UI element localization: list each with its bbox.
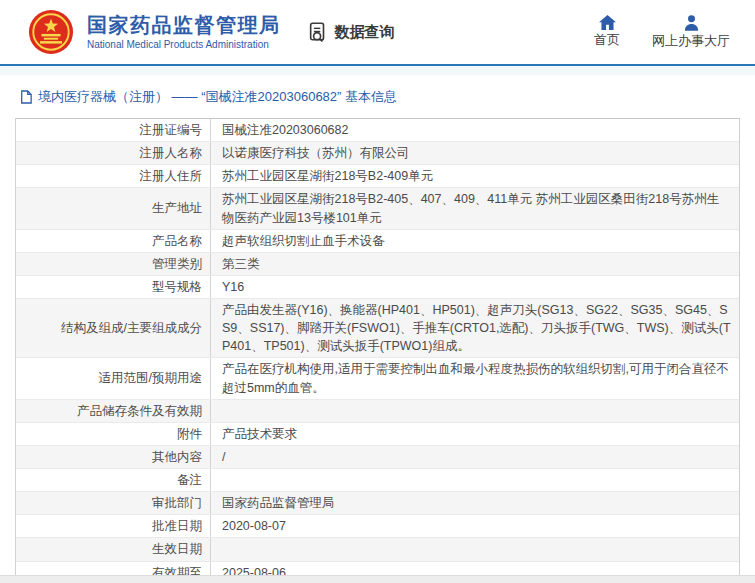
row-value-text: /: [222, 448, 225, 466]
row-label-text: 产品储存条件及有效期: [77, 402, 202, 420]
table-row: 管理类别第三类: [16, 253, 739, 276]
row-label: 型号规格: [16, 276, 211, 298]
row-label: 生产地址: [16, 188, 211, 228]
row-label-text: 批准日期: [152, 517, 202, 535]
row-label: 其他内容: [16, 446, 211, 468]
table-row: 适用范围/预期用途产品在医疗机构使用,适用于需要控制出血和最小程度热损伤的软组织…: [16, 358, 739, 399]
brand[interactable]: 国家药品监督管理局 National Medical Products Admi…: [28, 9, 281, 55]
row-label: 注册人住所: [16, 165, 211, 187]
row-label: 备注: [16, 469, 211, 491]
home-icon: [599, 15, 616, 30]
table-row: 批准日期2020-08-07: [16, 515, 739, 538]
user-icon: [683, 15, 700, 31]
row-label-text: 适用范围/预期用途: [99, 369, 202, 387]
row-label: 注册人名称: [16, 142, 211, 164]
row-value: 产品在医疗机构使用,适用于需要控制出血和最小程度热损伤的软组织切割,可用于闭合直…: [211, 358, 739, 398]
row-value-text: 产品技术要求: [222, 425, 297, 443]
row-value-text: 产品在医疗机构使用,适用于需要控制出血和最小程度热损伤的软组织切割,可用于闭合直…: [222, 360, 731, 396]
row-value-text: 国械注准20203060682: [222, 121, 348, 139]
table-row: 型号规格Y16: [16, 276, 739, 299]
table-row: 产品储存条件及有效期: [16, 400, 739, 423]
row-value: 以诺康医疗科技（苏州）有限公司: [211, 142, 739, 164]
header-substrip: [0, 66, 755, 75]
document-icon: [20, 90, 32, 104]
row-label: 适用范围/预期用途: [16, 358, 211, 398]
table-row: 生效日期: [16, 538, 739, 561]
row-value-text: 苏州工业园区星湖街218号B2-405、407、409、411单元 苏州工业园区…: [222, 190, 731, 226]
row-value: [211, 538, 739, 560]
row-value-text: Y16: [222, 278, 244, 296]
row-value-text: 超声软组织切割止血手术设备: [222, 232, 385, 250]
row-label: 生效日期: [16, 538, 211, 560]
table-row: 注册人名称以诺康医疗科技（苏州）有限公司: [16, 142, 739, 165]
breadcrumb: 境内医疗器械（注册） —— “国械注准20203060682” 基本信息: [0, 75, 755, 116]
row-label-text: 备注: [177, 471, 202, 489]
table-row: 审批部门国家药品监督管理局: [16, 492, 739, 515]
row-value: 苏州工业园区星湖街218号B2-405、407、409、411单元 苏州工业园区…: [211, 188, 739, 228]
row-label: 产品储存条件及有效期: [16, 400, 211, 422]
table-row: 注册人住所苏州工业园区星湖街218号B2-409单元: [16, 165, 739, 188]
row-value-text: 苏州工业园区星湖街218号B2-409单元: [222, 167, 433, 185]
data-query-label: 数据查询: [335, 23, 395, 42]
agency-subtitle: National Medical Products Administration: [87, 39, 281, 50]
row-label-text: 审批部门: [152, 494, 202, 512]
row-value-text: 第三类: [222, 255, 260, 273]
nav-service-hall[interactable]: 网上办事大厅: [652, 15, 730, 48]
table-row: 产品名称超声软组织切割止血手术设备: [16, 230, 739, 253]
data-query-icon: [307, 21, 329, 43]
row-label-text: 产品名称: [152, 232, 202, 250]
top-nav: 首页 网上办事大厅: [594, 15, 730, 48]
detail-table: 注册证编号国械注准20203060682注册人名称以诺康医疗科技（苏州）有限公司…: [15, 118, 740, 583]
nav-home-label: 首页: [594, 33, 620, 47]
row-label: 管理类别: [16, 253, 211, 275]
row-label-text: 附件: [177, 425, 202, 443]
row-label: 产品名称: [16, 230, 211, 252]
row-value: [211, 400, 739, 422]
row-label-text: 注册人名称: [140, 144, 203, 162]
brand-text: 国家药品监督管理局 National Medical Products Admi…: [87, 14, 281, 50]
row-value: 超声软组织切割止血手术设备: [211, 230, 739, 252]
row-value: 国械注准20203060682: [211, 119, 739, 141]
row-label: 注册证编号: [16, 119, 211, 141]
row-label: 结构及组成/主要组成成分: [16, 299, 211, 357]
table-row: 结构及组成/主要组成成分产品由发生器(Y16)、换能器(HP401、HP501)…: [16, 299, 739, 358]
row-label-text: 结构及组成/主要组成成分: [61, 319, 202, 337]
row-label-text: 生产地址: [152, 199, 202, 217]
row-value: 产品由发生器(Y16)、换能器(HP401、HP501)、超声刀头(SG13、S…: [211, 299, 739, 357]
nav-service-hall-label: 网上办事大厅: [652, 34, 730, 48]
row-value-text: 2020-08-07: [222, 517, 286, 535]
nav-home[interactable]: 首页: [594, 15, 620, 48]
row-value: Y16: [211, 276, 739, 298]
row-value: [211, 469, 739, 491]
row-value: 2020-08-07: [211, 515, 739, 537]
row-label-text: 注册证编号: [140, 121, 203, 139]
national-emblem-logo: [28, 9, 74, 55]
row-label: 审批部门: [16, 492, 211, 514]
row-value-text: 产品由发生器(Y16)、换能器(HP401、HP501)、超声刀头(SG13、S…: [222, 301, 731, 355]
row-label-text: 其他内容: [152, 448, 202, 466]
row-value: 国家药品监督管理局: [211, 492, 739, 514]
row-label: 附件: [16, 423, 211, 445]
row-value-text: 国家药品监督管理局: [222, 494, 335, 512]
row-label-text: 管理类别: [152, 255, 202, 273]
row-value: /: [211, 446, 739, 468]
row-value: 苏州工业园区星湖街218号B2-409单元: [211, 165, 739, 187]
row-value: 产品技术要求: [211, 423, 739, 445]
table-row: 生产地址苏州工业园区星湖街218号B2-405、407、409、411单元 苏州…: [16, 188, 739, 229]
row-label-text: 注册人住所: [140, 167, 203, 185]
agency-title: 国家药品监督管理局: [87, 14, 281, 37]
data-query-nav[interactable]: 数据查询: [307, 21, 395, 43]
site-header: 国家药品监督管理局 National Medical Products Admi…: [0, 0, 755, 66]
table-row: 其他内容/: [16, 446, 739, 469]
row-value-text: 以诺康医疗科技（苏州）有限公司: [222, 144, 410, 162]
table-row: 注册证编号国械注准20203060682: [16, 119, 739, 142]
footer-strip: [0, 575, 755, 583]
row-label-text: 生效日期: [152, 540, 202, 558]
breadcrumb-text: 境内医疗器械（注册） —— “国械注准20203060682” 基本信息: [38, 88, 397, 106]
table-row: 附件产品技术要求: [16, 423, 739, 446]
row-label: 批准日期: [16, 515, 211, 537]
table-row: 备注: [16, 469, 739, 492]
row-value: 第三类: [211, 253, 739, 275]
row-label-text: 型号规格: [152, 278, 202, 296]
